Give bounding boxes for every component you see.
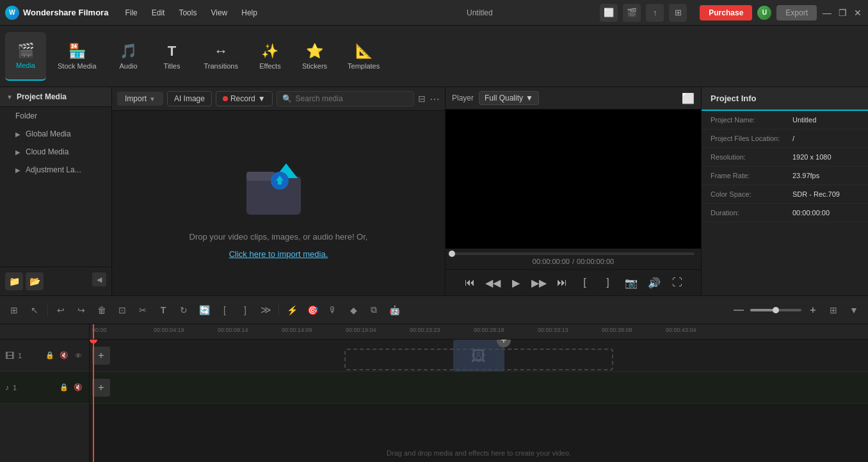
zoom-in-button[interactable]: + — [804, 301, 822, 319]
toolbar-item-media[interactable]: 🎬 Media — [5, 32, 46, 81]
prev-frame-button[interactable]: ◀◀ — [484, 274, 502, 292]
toolbar-item-templates[interactable]: 📐 Templates — [339, 32, 389, 81]
video-track-visible[interactable]: 👁 — [72, 350, 84, 361]
project-media-header[interactable]: ▼ Project Media — [0, 87, 111, 107]
sidebar-item-adjustment-layer[interactable]: ▶ Adjustment La... — [0, 161, 111, 179]
ai-image-button[interactable]: AI Image — [167, 91, 212, 106]
add-folder-button[interactable]: 📁 — [5, 272, 23, 290]
undo-button[interactable]: ↩ — [52, 301, 70, 319]
menu-edit[interactable]: Edit — [145, 6, 172, 20]
project-info-tab[interactable]: Project Info — [702, 87, 868, 111]
stabilize-button[interactable]: 🎯 — [303, 301, 321, 319]
toolbar-item-effects[interactable]: ✨ Effects — [250, 32, 291, 81]
restore-button[interactable]: ❐ — [837, 8, 848, 18]
folder-label: Folder — [15, 111, 37, 120]
add-video-clip-button[interactable]: + — [92, 347, 110, 365]
timeline-layout-button[interactable]: ⊞ — [5, 301, 23, 319]
purchase-button[interactable]: Purchase — [700, 5, 752, 21]
project-duration-value: 00:00:00:00 — [792, 209, 830, 217]
skip-fwd-button[interactable]: ⏭ — [553, 274, 571, 292]
zoom-slider[interactable] — [750, 309, 801, 311]
drop-link[interactable]: Click here to import media. — [229, 249, 328, 259]
close-button[interactable]: ✕ — [853, 8, 863, 18]
sidebar-item-folder[interactable]: Folder — [0, 107, 111, 125]
toolbar-item-transitions[interactable]: ↔ Transitions — [195, 32, 247, 81]
loop-button[interactable]: 🔄 — [195, 301, 213, 319]
audio-tl-button[interactable]: 🎙 — [324, 301, 342, 319]
toolbar-item-titles[interactable]: T Titles — [152, 32, 193, 81]
layout-icon[interactable]: ⊞ — [669, 4, 687, 22]
search-box[interactable]: 🔍 — [277, 91, 414, 106]
filter-icon[interactable]: ⊟ — [418, 94, 426, 104]
media-icon[interactable]: 🎬 — [623, 4, 641, 22]
text-button[interactable]: T — [154, 301, 172, 319]
sidebar-item-global-media[interactable]: ▶ Global Media — [0, 125, 111, 143]
snapshot-button[interactable]: 📷 — [622, 274, 640, 292]
mark-out-button[interactable]: ] — [599, 274, 617, 292]
keyframe-button[interactable]: ◆ — [344, 301, 362, 319]
timeline-playhead[interactable] — [93, 340, 94, 462]
video-track-mute[interactable]: 🔇 — [58, 350, 70, 361]
rotate-button[interactable]: ↻ — [175, 301, 193, 319]
volume-button[interactable]: 🔊 — [645, 274, 663, 292]
export-button[interactable]: Export — [776, 5, 817, 21]
menu-file[interactable]: File — [118, 6, 143, 20]
menu-help[interactable]: Help — [235, 6, 264, 20]
zoom-out-button[interactable]: — — [730, 301, 748, 319]
audio-track-mute[interactable]: 🔇 — [72, 382, 84, 393]
video-track-lock[interactable]: 🔒 — [44, 350, 56, 361]
user-avatar[interactable]: U — [757, 6, 771, 20]
monitor-icon[interactable]: ⬜ — [600, 4, 618, 22]
player-settings-icon[interactable]: ⬜ — [682, 92, 695, 104]
ai-tools-button[interactable]: 🤖 — [385, 301, 403, 319]
search-input[interactable] — [296, 94, 408, 103]
next-frame-button[interactable]: ▶▶ — [530, 274, 548, 292]
minimize-button[interactable]: — — [822, 8, 832, 18]
play-button[interactable]: ▶ — [507, 274, 525, 292]
split-button[interactable]: ✂ — [134, 301, 152, 319]
grid-settings-button[interactable]: ▼ — [845, 301, 863, 319]
import-button[interactable]: Import ▼ — [117, 92, 163, 106]
delete-button[interactable]: 🗑 — [93, 301, 111, 319]
player-label: Player — [452, 94, 474, 103]
progress-thumb[interactable] — [449, 251, 455, 257]
audio-track-lock[interactable]: 🔒 — [58, 382, 70, 393]
add-audio-clip-button[interactable]: + — [92, 379, 110, 397]
fullscreen-button[interactable]: ⛶ — [668, 274, 686, 292]
mark-out-tl-button[interactable]: ] — [236, 301, 254, 319]
toolbar-item-stickers[interactable]: ⭐ Stickers — [293, 32, 336, 81]
mark-in-tl-button[interactable]: [ — [216, 301, 234, 319]
timeline-select-button[interactable]: ↖ — [26, 301, 44, 319]
sidebar-item-cloud-media[interactable]: ▶ Cloud Media — [0, 143, 111, 161]
ruler-mark-2: 00:00:09:14 — [218, 327, 248, 333]
grid-view-button[interactable]: ⊞ — [824, 301, 842, 319]
share-icon[interactable]: ↑ — [646, 4, 664, 22]
crop-button[interactable]: ⊡ — [113, 301, 131, 319]
menu-view[interactable]: View — [204, 6, 234, 20]
quality-select[interactable]: Full Quality ▼ — [479, 91, 539, 105]
add-media-icon[interactable]: + — [497, 340, 511, 347]
expand-button[interactable]: ≫ — [257, 301, 275, 319]
toolbar-item-stock-media[interactable]: 🏪 Stock Media — [49, 32, 106, 81]
player-progress[interactable]: 00:00:00:00 / 00:00:00:00 — [446, 249, 701, 269]
more-icon[interactable]: ⋯ — [430, 93, 440, 105]
zoom-slider-thumb[interactable] — [773, 307, 779, 313]
collapse-sidebar-button[interactable]: ◀ — [92, 272, 106, 286]
ruler-mark-7: 00:00:33:13 — [538, 327, 568, 333]
import-link[interactable]: Click here to import media. — [229, 249, 328, 259]
speed-button[interactable]: ⚡ — [283, 301, 301, 319]
project-resolution-label: Resolution: — [711, 153, 787, 161]
skip-back-button[interactable]: ⏮ — [461, 274, 479, 292]
main-area: ▼ Project Media Folder ▶ Global Media ▶ … — [0, 87, 868, 295]
new-folder-button[interactable]: 📂 — [26, 272, 44, 290]
toolbar-item-audio[interactable]: 🎵 Audio — [108, 32, 149, 81]
redo-button[interactable]: ↪ — [72, 301, 90, 319]
project-duration-label: Duration: — [711, 209, 787, 217]
mark-in-button[interactable]: [ — [576, 274, 594, 292]
project-duration-row: Duration: 00:00:00:00 — [702, 204, 868, 222]
progress-bar[interactable] — [452, 252, 695, 255]
pip-button[interactable]: ⧉ — [365, 301, 383, 319]
record-button[interactable]: Record ▼ — [216, 91, 273, 106]
video-drop-zone[interactable] — [344, 349, 613, 370]
menu-tools[interactable]: Tools — [172, 6, 203, 20]
